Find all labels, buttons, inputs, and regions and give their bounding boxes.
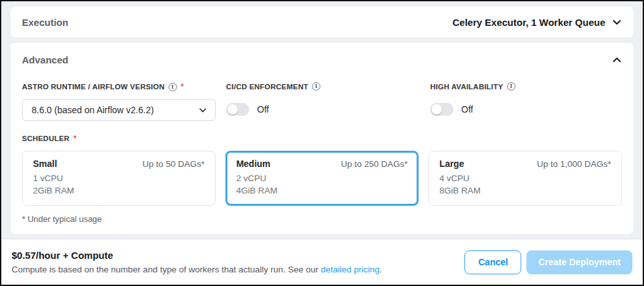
scheduler-option-cpu: 2 vCPU [236,172,408,184]
high-availability-label: HIGH AVAILABILITY i [430,82,622,91]
advanced-section-title: Advanced [22,54,68,65]
info-icon[interactable]: i [169,83,177,91]
scheduler-option-ram: 8GiB RAM [439,184,611,197]
pricing-description: Compute is based on the number and type … [12,265,382,274]
cicd-enforcement-label: CI/CD ENFORCEMENT i [226,82,430,91]
scheduler-option-cpu: 1 vCPU [33,172,205,184]
deployment-config-panel: Execution Celery Executor, 1 Worker Queu… [0,0,644,286]
runtime-version-select[interactable]: 8.6.0 (based on Airflow v2.6.2) [22,99,216,121]
execution-section-title: Execution [22,17,68,28]
required-asterisk: * [74,134,77,143]
scheduler-option-dags: Up to 1,000 DAGs* [537,159,611,169]
high-availability-field: HIGH AVAILABILITY i Off [430,82,622,121]
cicd-enforcement-toggle[interactable] [226,103,249,116]
price-summary: $0.57/hour + Compute [12,250,382,261]
toggle-knob [431,104,442,115]
runtime-version-value: 8.6.0 (based on Airflow v2.6.2) [32,105,154,115]
scheduler-option-name: Large [439,159,464,169]
footer-bar: $0.57/hour + Compute Compute is based on… [1,239,643,285]
scheduler-label: SCHEDULER * [22,134,622,143]
detailed-pricing-link[interactable]: detailed pricing [321,265,380,274]
scheduler-options: Small Up to 50 DAGs* 1 vCPU 2GiB RAM Med… [22,151,622,206]
info-icon[interactable]: i [507,82,515,91]
high-availability-toggle[interactable] [430,103,453,116]
runtime-version-label: ASTRO RUNTIME / AIRFLOW VERSION i * [22,82,226,91]
scheduler-option-medium[interactable]: Medium Up to 250 DAGs* 2 vCPU 4GiB RAM [225,151,419,206]
scheduler-option-small[interactable]: Small Up to 50 DAGs* 1 vCPU 2GiB RAM [22,151,216,206]
chevron-down-icon [198,105,207,115]
required-asterisk: * [181,82,184,91]
chevron-down-icon[interactable] [612,17,622,27]
scheduler-option-dags: Up to 50 DAGs* [143,159,205,169]
scheduler-footnote: * Under typical usage [22,214,622,224]
scheduler-option-large[interactable]: Large Up to 1,000 DAGs* 4 vCPU 8GiB RAM [428,151,622,206]
toggle-knob [227,104,238,115]
chevron-up-icon[interactable] [612,55,622,65]
scheduler-option-dags: Up to 250 DAGs* [341,159,408,169]
scheduler-option-ram: 4GiB RAM [236,184,408,197]
advanced-section-header[interactable]: Advanced [22,54,622,65]
scheduler-option-cpu: 4 vCPU [439,172,611,184]
cicd-enforcement-state: Off [257,104,269,115]
scheduler-option-name: Small [33,159,57,169]
pricing-info: $0.57/hour + Compute Compute is based on… [12,250,382,274]
info-icon[interactable]: i [312,82,320,91]
execution-section-header[interactable]: Execution Celery Executor, 1 Worker Queu… [10,6,634,38]
cancel-button[interactable]: Cancel [464,250,521,274]
execution-summary-value: Celery Executor, 1 Worker Queue [453,17,606,28]
create-deployment-button[interactable]: Create Deployment [526,250,632,274]
scheduler-option-ram: 2GiB RAM [33,184,205,197]
advanced-section: Advanced ASTRO RUNTIME / AIRFLOW VERSION… [10,43,634,234]
high-availability-state: Off [461,104,473,115]
runtime-version-field: ASTRO RUNTIME / AIRFLOW VERSION i * 8.6.… [22,82,226,121]
scheduler-option-name: Medium [236,159,271,169]
cicd-enforcement-field: CI/CD ENFORCEMENT i Off [226,82,430,121]
